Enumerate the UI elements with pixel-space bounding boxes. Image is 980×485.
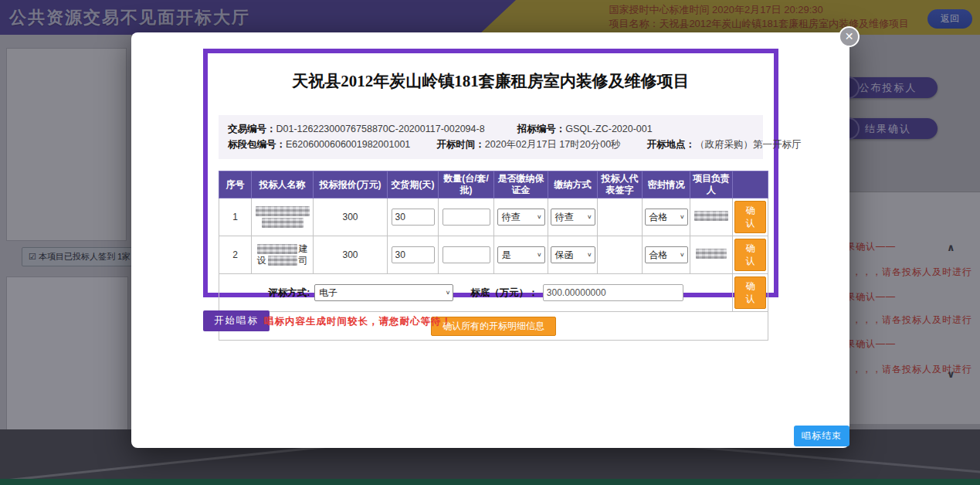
row2-pay-method-value: 保函 — [555, 249, 574, 262]
row2-seal-value: 合格 — [649, 249, 668, 262]
mosaic-redaction — [257, 244, 297, 254]
row1-seal-value: 合格 — [649, 211, 668, 224]
bid-info-panel: 交易编号：D01-12622300076758870C-20200117-002… — [219, 115, 763, 159]
col-manager: 项目负责人 — [690, 171, 733, 198]
row2-deposit-select[interactable]: 是∨ — [497, 246, 545, 263]
row1-pay-method-select[interactable]: 待查∨ — [551, 209, 595, 226]
bid-detail-bordered-box: 天祝县2012年炭山岭镇181套廉租房室内装修及维修项目 交易编号：D01-12… — [203, 49, 778, 297]
col-quantity: 数量(台/套/批) — [439, 171, 494, 198]
chevron-down-icon: ∨ — [537, 214, 542, 220]
mosaic-redaction — [256, 206, 310, 216]
col-bidder-name: 投标人名称 — [252, 171, 314, 198]
eval-method-value: 电子 — [319, 287, 337, 300]
row2-bidder-name-redacted: 建 设司 — [252, 236, 314, 274]
row2-price: 300 — [314, 236, 388, 274]
table-row: 2 建 设司 300 是∨ 保函∨ 合格∨ 确认 — [219, 236, 768, 274]
row2-name-fragment: 建 — [299, 244, 308, 254]
package-no-value: E6206000606001982001001 — [286, 139, 410, 150]
col-bid-price: 投标报价(万元) — [314, 171, 388, 198]
table-row: 1 300 待查∨ 待查∨ 合格∨ 确认 — [219, 198, 768, 236]
base-price-label: 标底（万元）： — [470, 287, 538, 300]
row1-confirm-button[interactable]: 确认 — [734, 201, 766, 233]
open-time-label: 开标时间： — [436, 139, 485, 150]
row2-name-fragment: 司 — [299, 256, 308, 266]
chevron-down-icon: ∨ — [680, 252, 685, 258]
row2-seal-select[interactable]: 合格∨ — [645, 246, 688, 263]
eval-method-select[interactable]: 电子∨ — [314, 284, 453, 301]
row1-deposit-select[interactable]: 待查∨ — [497, 209, 545, 226]
row2-delivery-input[interactable] — [392, 246, 435, 263]
trade-no-label: 交易编号： — [228, 124, 276, 134]
chevron-down-icon: ∨ — [587, 252, 592, 258]
open-place-value: （政府采购）第一开标厅 — [695, 139, 802, 150]
col-pay-method: 缴纳方式 — [548, 171, 598, 198]
col-delivery: 交货期(天) — [388, 171, 439, 198]
table-header-row: 序号 投标人名称 投标报价(万元) 交货期(天) 数量(台/套/批) 是否缴纳保… — [219, 171, 768, 198]
row1-signature-cell — [598, 198, 643, 236]
row1-quantity-input[interactable] — [443, 209, 490, 226]
info-line-1: 交易编号：D01-12622300076758870C-20200117-002… — [228, 123, 754, 136]
col-signature: 投标人代表签字 — [598, 171, 643, 198]
row1-seal-select[interactable]: 合格∨ — [645, 209, 688, 226]
eval-confirm-button[interactable]: 确认 — [734, 276, 766, 309]
row2-deposit-value: 是 — [502, 249, 511, 262]
col-no: 序号 — [219, 171, 252, 198]
trade-no: 交易编号：D01-12622300076758870C-20200117-002… — [228, 123, 485, 136]
close-icon[interactable]: ✕ — [839, 26, 860, 47]
bid-opening-detail-modal: ✕ 天祝县2012年炭山岭镇181套廉租房室内装修及维修项目 交易编号：D01-… — [131, 32, 849, 448]
row1-manager-redacted — [690, 198, 733, 236]
mosaic-redaction — [696, 249, 727, 259]
open-time-value: 2020年02月17日 17时20分00秒 — [485, 139, 621, 150]
row1-bidder-name-redacted — [252, 198, 314, 236]
announce-end-button[interactable]: 唱标结束 — [794, 426, 849, 446]
row2-signature-cell — [598, 236, 643, 274]
col-deposit: 是否缴纳保证金 — [494, 171, 548, 198]
bid-no: 招标编号：GSQL-ZC-2020-001 — [517, 123, 653, 136]
open-place-label: 开标地点： — [647, 139, 696, 150]
row1-delivery-input[interactable] — [392, 209, 435, 226]
col-seal: 密封情况 — [643, 171, 690, 198]
open-place: 开标地点：（政府采购）第一开标厅 — [647, 138, 802, 151]
mosaic-redaction — [268, 256, 297, 266]
bid-no-value: GSQL-ZC-2020-001 — [565, 124, 653, 134]
chevron-down-icon: ∨ — [587, 214, 592, 220]
row2-no: 2 — [219, 236, 252, 274]
col-action — [733, 171, 768, 198]
open-time: 开标时间：2020年02月17日 17时20分00秒 — [436, 138, 620, 151]
row2-confirm-button[interactable]: 确认 — [734, 239, 766, 271]
row2-pay-method-select[interactable]: 保函∨ — [551, 246, 595, 263]
trade-no-value: D01-12622300076758870C-20200117-002094-8 — [276, 124, 485, 134]
row1-pay-method-value: 待查 — [555, 211, 574, 224]
chevron-down-icon: ∨ — [537, 252, 542, 258]
chevron-down-icon: ∨ — [680, 214, 685, 220]
row2-name-fragment: 设 — [257, 256, 266, 266]
eval-method-row: 评标方式: 电子∨ 标底（万元）： 确认 — [219, 274, 768, 312]
bid-opening-hall-page: 公共资源交易不见面开标大厅 国家授时中心标准时间 2020年2月17日 20:2… — [0, 0, 980, 485]
mosaic-redaction — [694, 211, 728, 221]
row2-quantity-input[interactable] — [443, 246, 490, 263]
project-title: 天祝县2012年炭山岭镇181套廉租房室内装修及维修项目 — [215, 70, 766, 92]
package-no-label: 标段包编号： — [228, 139, 286, 150]
bid-no-label: 招标编号： — [517, 124, 566, 134]
package-no: 标段包编号：E6206000606001982001001 — [228, 138, 410, 151]
chevron-down-icon: ∨ — [446, 290, 451, 296]
row2-manager-redacted — [690, 236, 733, 274]
eval-method-label: 评标方式: — [268, 287, 310, 300]
row1-deposit-value: 待查 — [502, 211, 521, 224]
row1-price: 300 — [314, 198, 388, 236]
row1-no: 1 — [219, 198, 252, 236]
info-line-2: 标段包编号：E6206000606001982001001 开标时间：2020年… — [228, 138, 754, 151]
mosaic-redaction — [262, 218, 303, 228]
announce-warning-text: 唱标内容生成时间较长，请您耐心等待！ — [264, 315, 452, 328]
base-price-input[interactable] — [543, 284, 683, 301]
start-announce-button[interactable]: 开始唱标 — [203, 310, 270, 331]
